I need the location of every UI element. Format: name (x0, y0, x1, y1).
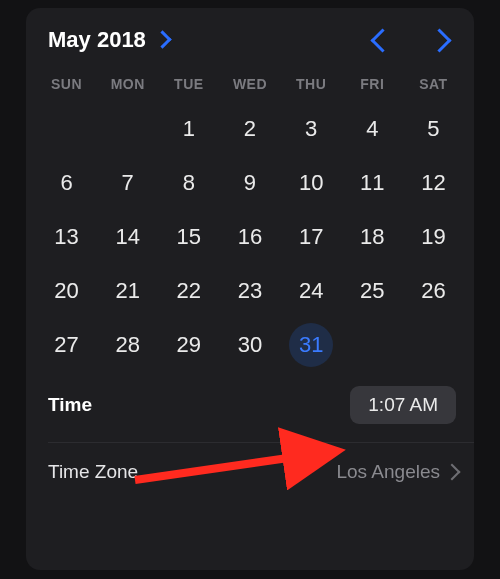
calendar-day[interactable]: 24 (281, 264, 342, 318)
weekday-label: WED (219, 76, 280, 92)
calendar-day-number: 24 (299, 278, 323, 304)
calendar-day[interactable]: 23 (219, 264, 280, 318)
calendar-day[interactable]: 3 (281, 102, 342, 156)
calendar-day[interactable]: 27 (36, 318, 97, 372)
calendar-day-number: 29 (177, 332, 201, 358)
calendar-day-number: 8 (183, 170, 195, 196)
weekday-label: SAT (403, 76, 464, 92)
calendar-day-number: 20 (54, 278, 78, 304)
calendar-day-number: 2 (244, 116, 256, 142)
next-month-button[interactable] (427, 28, 451, 52)
calendar-day-number: 14 (115, 224, 139, 250)
calendar-day-number: 22 (177, 278, 201, 304)
prev-month-button[interactable] (370, 28, 394, 52)
time-label: Time (48, 394, 92, 416)
calendar-day[interactable]: 25 (342, 264, 403, 318)
calendar-day-number: 21 (115, 278, 139, 304)
time-value-button[interactable]: 1:07 AM (350, 386, 456, 424)
calendar-day[interactable]: 9 (219, 156, 280, 210)
calendar-day-number: 23 (238, 278, 262, 304)
calendar-day-number: 26 (421, 278, 445, 304)
calendar-day-number: 25 (360, 278, 384, 304)
calendar-day-number: 27 (54, 332, 78, 358)
calendar-day-number: 16 (238, 224, 262, 250)
calendar-day[interactable]: 17 (281, 210, 342, 264)
calendar-day[interactable]: 13 (36, 210, 97, 264)
chevron-right-icon (153, 30, 171, 48)
calendar-day[interactable]: 8 (158, 156, 219, 210)
calendar-day-number: 7 (122, 170, 134, 196)
calendar-day-number: 19 (421, 224, 445, 250)
calendar-day-number: 12 (421, 170, 445, 196)
calendar-day[interactable]: 28 (97, 318, 158, 372)
calendar-day[interactable]: 30 (219, 318, 280, 372)
date-time-picker-card: May 2018 SUNMONTUEWEDTHUFRISAT 123456789… (26, 8, 474, 570)
calendar-day-number: 5 (427, 116, 439, 142)
calendar-day[interactable]: 21 (97, 264, 158, 318)
calendar-day[interactable]: 10 (281, 156, 342, 210)
calendar-day[interactable]: 7 (97, 156, 158, 210)
calendar-header: May 2018 (26, 8, 474, 72)
calendar-day[interactable]: 19 (403, 210, 464, 264)
month-year-label: May 2018 (48, 27, 146, 53)
timezone-label: Time Zone (48, 461, 138, 483)
calendar-day-number: 11 (360, 170, 384, 196)
calendar-day[interactable]: 20 (36, 264, 97, 318)
calendar-grid: 1234567891011121314151617181920212223242… (26, 92, 474, 372)
calendar-day[interactable]: 1 (158, 102, 219, 156)
calendar-day-number: 28 (115, 332, 139, 358)
weekday-label: MON (97, 76, 158, 92)
calendar-day-number: 1 (183, 116, 195, 142)
calendar-empty-cell (97, 102, 158, 156)
weekday-header-row: SUNMONTUEWEDTHUFRISAT (26, 72, 474, 92)
calendar-day-number: 13 (54, 224, 78, 250)
weekday-label: FRI (342, 76, 403, 92)
calendar-empty-cell (36, 102, 97, 156)
weekday-label: SUN (36, 76, 97, 92)
calendar-day-number: 4 (366, 116, 378, 142)
timezone-value-group: Los Angeles (336, 461, 462, 483)
calendar-day-number: 10 (299, 170, 323, 196)
calendar-day-number: 31 (299, 332, 323, 358)
calendar-day[interactable]: 22 (158, 264, 219, 318)
timezone-value: Los Angeles (336, 461, 440, 483)
calendar-day[interactable]: 2 (219, 102, 280, 156)
calendar-day-number: 17 (299, 224, 323, 250)
calendar-day[interactable]: 26 (403, 264, 464, 318)
weekday-label: THU (281, 76, 342, 92)
calendar-day-number: 18 (360, 224, 384, 250)
calendar-day-number: 3 (305, 116, 317, 142)
calendar-day-number: 15 (177, 224, 201, 250)
calendar-day-number: 9 (244, 170, 256, 196)
chevron-right-icon (444, 464, 461, 481)
calendar-day[interactable]: 14 (97, 210, 158, 264)
calendar-day[interactable]: 6 (36, 156, 97, 210)
timezone-row[interactable]: Time Zone Los Angeles (26, 443, 474, 483)
calendar-day[interactable]: 5 (403, 102, 464, 156)
calendar-day[interactable]: 11 (342, 156, 403, 210)
calendar-day-number: 30 (238, 332, 262, 358)
calendar-day[interactable]: 18 (342, 210, 403, 264)
calendar-day[interactable]: 31 (281, 318, 342, 372)
calendar-day[interactable]: 16 (219, 210, 280, 264)
calendar-day[interactable]: 15 (158, 210, 219, 264)
calendar-day-number: 6 (60, 170, 72, 196)
time-row: Time 1:07 AM (26, 372, 474, 442)
weekday-label: TUE (158, 76, 219, 92)
calendar-day[interactable]: 29 (158, 318, 219, 372)
calendar-day[interactable]: 4 (342, 102, 403, 156)
month-nav (374, 32, 456, 49)
month-year-button[interactable]: May 2018 (48, 27, 169, 53)
calendar-day[interactable]: 12 (403, 156, 464, 210)
